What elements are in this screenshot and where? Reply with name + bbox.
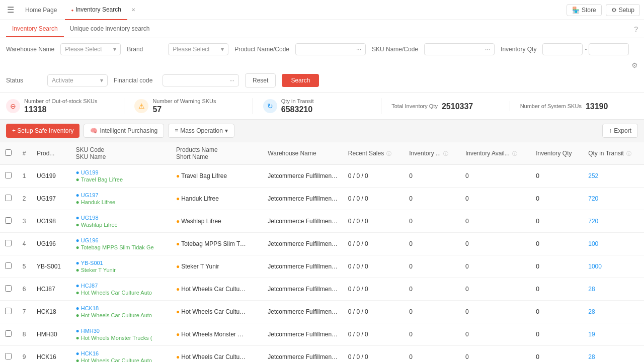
warehouse-placeholder: Please Select bbox=[65, 46, 102, 53]
row-recent-sales: 0 / 0 / 0 bbox=[343, 278, 405, 301]
row-inventory-avail: 0 bbox=[460, 233, 531, 255]
gear-icon: ⚙ bbox=[611, 7, 617, 14]
inventory-info-icon[interactable]: ⓘ bbox=[443, 151, 448, 156]
header-short-name: Short Name bbox=[176, 153, 258, 160]
row-sku-code: ●HCK16 bbox=[75, 350, 166, 357]
header-num: # bbox=[17, 142, 32, 165]
row-prod: UG196 bbox=[32, 233, 70, 255]
status-select[interactable]: Activate ▾ bbox=[47, 74, 108, 86]
row-checkbox-cell bbox=[0, 255, 17, 278]
row-inventory: 0 bbox=[404, 255, 460, 278]
search-button[interactable]: Search bbox=[282, 74, 319, 87]
row-checkbox-2[interactable] bbox=[5, 217, 12, 224]
product-name-code-label: Product Name/Code bbox=[234, 46, 289, 53]
tab-unique-code[interactable]: Unique code inventory search bbox=[64, 21, 156, 37]
row-prod: UG198 bbox=[32, 210, 70, 233]
setup-button[interactable]: ⚙ Setup bbox=[606, 4, 640, 16]
sub-tabs-bar: Inventory Search Unique code inventory s… bbox=[0, 20, 644, 38]
warning-label: Number of Warning SKUs bbox=[152, 98, 216, 104]
status-value: Activate bbox=[52, 77, 73, 84]
row-num: 1 bbox=[17, 165, 32, 188]
inventory-table-container: # Prod... SKU Code SKU Name Products Nam… bbox=[0, 142, 644, 362]
row-checkbox-1[interactable] bbox=[5, 195, 12, 201]
out-of-stock-label: Number of Out-of-stock SKUs bbox=[24, 98, 98, 104]
total-inventory-info: Total Inventory Qty bbox=[391, 103, 438, 109]
row-num: 6 bbox=[17, 278, 32, 301]
inventory-qty-min[interactable] bbox=[542, 43, 583, 55]
inventory-search-tab[interactable]: Inventory Search bbox=[65, 0, 127, 20]
row-checkbox-4[interactable] bbox=[5, 262, 12, 269]
sku-name-code-input[interactable]: ··· bbox=[424, 43, 495, 55]
row-num: 3 bbox=[17, 210, 32, 233]
stat-warning-skus: ⚠ Number of Warning SKUs 57 bbox=[124, 98, 253, 114]
close-tab-button[interactable]: ✕ bbox=[131, 7, 135, 13]
row-sku-code: ●YB-S001 bbox=[75, 259, 166, 266]
row-recent-sales: 0 / 0 / 0 bbox=[343, 323, 405, 346]
product-dots-icon[interactable]: ··· bbox=[356, 46, 361, 53]
row-checkbox-7[interactable] bbox=[5, 330, 12, 337]
row-sku: ●HCK18 ●Hot Wheels Car Culture Auto bbox=[70, 301, 171, 323]
row-checkbox-0[interactable] bbox=[5, 172, 12, 178]
row-sku-code: ●UG199 bbox=[75, 169, 166, 176]
tab-inventory-search[interactable]: Inventory Search bbox=[6, 21, 64, 37]
header-inventory-qty: Inventory Qty bbox=[531, 142, 583, 165]
row-product-name-val: ●Travel Bag Lifree bbox=[176, 172, 258, 180]
financial-dots-icon[interactable]: ··· bbox=[229, 77, 234, 84]
brain-icon: 🧠 bbox=[90, 127, 98, 134]
row-checkbox-8[interactable] bbox=[5, 353, 12, 359]
row-checkbox-3[interactable] bbox=[5, 240, 12, 246]
financial-code-input[interactable]: ··· bbox=[163, 74, 239, 86]
filter-row-2: Status Activate ▾ Financial code ··· Res… bbox=[6, 73, 638, 87]
inventory-qty-max[interactable] bbox=[589, 43, 629, 55]
row-sku-code: ●UG198 bbox=[75, 214, 166, 221]
row-inventory-avail: 0 bbox=[460, 301, 531, 323]
row-product-name: ●Washlap Lifree bbox=[171, 210, 263, 233]
reset-button[interactable]: Reset bbox=[245, 73, 276, 87]
table-body: 1 UG199 ●UG199 ●Travel Bag Lifree ●Trave… bbox=[0, 165, 644, 363]
row-inventory-avail: 0 bbox=[460, 323, 531, 346]
sku-name-code-field[interactable] bbox=[429, 46, 483, 53]
store-button[interactable]: 🏪 Store bbox=[567, 4, 602, 16]
row-sku: ●UG198 ●Washlap Lifree bbox=[70, 210, 171, 233]
hamburger-button[interactable]: ☰ bbox=[4, 3, 17, 17]
row-inventory-avail: 0 bbox=[460, 210, 531, 233]
warehouse-select[interactable]: Please Select ▾ bbox=[60, 43, 121, 55]
table-row: 5 YB-S001 ●YB-S001 ●Steker T Yunir ●Stek… bbox=[0, 255, 644, 278]
row-num: 9 bbox=[17, 346, 32, 363]
recent-sales-info-icon[interactable]: ⓘ bbox=[386, 151, 391, 156]
row-checkbox-5[interactable] bbox=[5, 285, 12, 292]
out-of-stock-value: 11318 bbox=[24, 105, 98, 114]
stat-qty-transit: ↻ Qty in Transit 6583210 bbox=[253, 98, 381, 114]
row-checkbox-cell bbox=[0, 278, 17, 301]
financial-code-field[interactable] bbox=[167, 77, 227, 84]
row-warehouse: Jetcommerce Fulfillment Cente bbox=[263, 233, 343, 255]
mass-operation-button[interactable]: ≡ Mass Operation ▾ bbox=[168, 124, 234, 138]
setup-label: Setup bbox=[619, 7, 634, 14]
brand-select[interactable]: Please Select ▾ bbox=[168, 43, 228, 55]
row-sku: ●HMH30 ●Hot Wheels Monster Trucks ( bbox=[70, 323, 171, 346]
brand-label: Brand bbox=[127, 46, 162, 53]
row-checkbox-6[interactable] bbox=[5, 308, 12, 314]
sku-dots-icon[interactable]: ··· bbox=[485, 46, 490, 53]
qty-transit-info-icon[interactable]: ⓘ bbox=[626, 151, 631, 156]
home-page-tab[interactable]: Home Page bbox=[19, 0, 63, 20]
row-sku-code: ●UG197 bbox=[75, 192, 166, 199]
setup-safe-inventory-button[interactable]: + Setup Safe Inventory bbox=[6, 124, 79, 138]
product-name-code-field[interactable] bbox=[300, 46, 354, 53]
intelligent-purchasing-button[interactable]: 🧠 Intelligent Purchasing bbox=[84, 124, 164, 138]
product-name-code-input[interactable]: ··· bbox=[295, 43, 366, 55]
store-label: Store bbox=[582, 7, 596, 14]
row-prod: HCK18 bbox=[32, 301, 70, 323]
settings-icon[interactable]: ⚙ bbox=[631, 61, 638, 69]
row-inventory: 0 bbox=[404, 210, 460, 233]
row-sku-name: ●Washlap Lifree bbox=[75, 221, 166, 228]
row-prod: HMH30 bbox=[32, 323, 70, 346]
header-inventory: Inventory ... ⓘ bbox=[404, 142, 460, 165]
toolbar: + Setup Safe Inventory 🧠 Intelligent Pur… bbox=[0, 120, 644, 142]
select-all-checkbox[interactable] bbox=[5, 149, 12, 156]
system-skus-info: Number of System SKUs bbox=[520, 103, 582, 109]
export-button[interactable]: ↑ Export bbox=[602, 124, 638, 138]
help-icon[interactable]: ? bbox=[634, 25, 638, 33]
inventory-avail-info-icon[interactable]: ⓘ bbox=[512, 151, 517, 156]
table-row: 6 HCJ87 ●HCJ87 ●Hot Wheels Car Culture A… bbox=[0, 278, 644, 301]
